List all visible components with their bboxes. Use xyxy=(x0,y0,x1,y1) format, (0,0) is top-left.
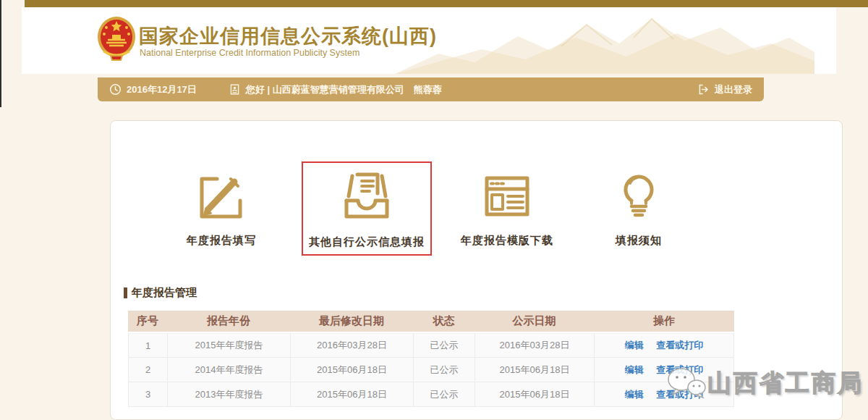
action-label: 填报须知 xyxy=(574,234,704,248)
cell-published: 2016年03月28日 xyxy=(475,333,594,358)
logout-label: 退出登录 xyxy=(715,83,752,96)
cell-published: 2015年06月18日 xyxy=(475,382,594,407)
exit-icon xyxy=(697,83,710,96)
id-badge-icon xyxy=(229,83,241,96)
current-date: 2016年12月17日 xyxy=(127,83,197,96)
greeting-display: 您好 | 山西蔚蓝智慧营销管理有限公司 熊蓉蓉 xyxy=(229,83,442,96)
cell-published: 2015年06月18日 xyxy=(475,358,594,382)
edit-link[interactable]: 编辑 xyxy=(625,389,644,400)
cell-status: 已公示 xyxy=(413,382,475,407)
page-subtitle: National Enterprise Credit Information P… xyxy=(140,48,359,58)
cell-year: 2015年年度报告 xyxy=(167,333,290,358)
annual-report-table: 序号 报告年份 最后修改日期 状态 公示日期 操作 1 2015年年度报告 20… xyxy=(128,311,734,407)
logout-button[interactable]: 退出登录 xyxy=(697,83,752,96)
col-header-published: 公示日期 xyxy=(475,311,594,333)
action-filing-instructions[interactable]: 填报须知 xyxy=(574,161,704,256)
china-national-emblem-icon xyxy=(96,15,137,64)
table-row: 3 2013年年度报告 2015年06月18日 已公示 2015年06月18日 … xyxy=(128,382,734,407)
edit-link[interactable]: 编辑 xyxy=(625,340,644,350)
user-status-bar: 2016年12月17日 您好 | 山西蔚蓝智慧营销管理有限公司 熊蓉蓉 退出登录 xyxy=(98,77,764,101)
table-header-row: 序号 报告年份 最后修改日期 状态 公示日期 操作 xyxy=(128,311,734,333)
mountain-art xyxy=(395,9,814,74)
cell-no: 1 xyxy=(128,333,167,358)
cell-no: 3 xyxy=(128,382,167,407)
action-template-download[interactable]: 年度报告模版下载 xyxy=(442,161,572,256)
action-label: 年度报告填写 xyxy=(156,234,286,248)
cell-year: 2013年年度报告 xyxy=(167,382,290,407)
page-title: 国家企业信用信息公示系统(山西) xyxy=(139,23,437,49)
screenshot-edge-line xyxy=(0,0,1,107)
cell-modified: 2016年03月28日 xyxy=(290,333,413,358)
main-panel: 年度报告填写 其他自行公示信息填报 xyxy=(110,120,843,420)
col-header-modified: 最后修改日期 xyxy=(290,311,413,333)
edit-link[interactable]: 编辑 xyxy=(625,364,644,375)
cell-status: 已公示 xyxy=(413,358,475,382)
action-label: 年度报告模版下载 xyxy=(442,234,572,248)
view-print-link[interactable]: 查看或打印 xyxy=(656,389,703,400)
top-accent-bar xyxy=(25,0,868,7)
col-header-no: 序号 xyxy=(128,311,167,333)
cell-actions: 编辑 查看或打印 xyxy=(594,382,734,407)
view-print-link[interactable]: 查看或打印 xyxy=(656,364,703,375)
section-title-text: 年度报告管理 xyxy=(132,286,197,300)
cell-modified: 2015年06月18日 xyxy=(290,382,413,407)
table-row: 2 2014年年度报告 2015年06月18日 已公示 2015年06月18日 … xyxy=(128,358,734,382)
date-display: 2016年12月17日 xyxy=(109,83,197,96)
action-label: 其他自行公示信息填报 xyxy=(303,235,430,249)
col-header-status: 状态 xyxy=(413,311,475,333)
view-print-link[interactable]: 查看或打印 xyxy=(656,340,703,350)
action-other-publicity-fill[interactable]: 其他自行公示信息填报 xyxy=(302,161,432,256)
cell-modified: 2015年06月18日 xyxy=(290,358,413,382)
inbox-submit-icon xyxy=(338,167,396,225)
col-header-actions: 操作 xyxy=(594,311,734,333)
user-greeting: 您好 | 山西蔚蓝智慧营销管理有限公司 熊蓉蓉 xyxy=(246,83,442,96)
col-header-year: 报告年份 xyxy=(167,311,290,333)
annual-report-section-title: 年度报告管理 xyxy=(124,286,197,300)
cell-year: 2014年年度报告 xyxy=(167,358,290,382)
cell-actions: 编辑 查看或打印 xyxy=(594,333,734,358)
clock-icon xyxy=(109,83,122,96)
action-annual-report-fill[interactable]: 年度报告填写 xyxy=(156,161,286,256)
cell-actions: 编辑 查看或打印 xyxy=(594,358,734,382)
template-download-icon xyxy=(478,167,536,225)
cell-no: 2 xyxy=(128,358,167,382)
page: 国家企业信用信息公示系统(山西) National Enterprise Cre… xyxy=(0,0,868,420)
section-title-marker xyxy=(124,287,127,298)
site-header: 国家企业信用信息公示系统(山西) National Enterprise Cre… xyxy=(22,7,836,74)
lightbulb-notice-icon xyxy=(610,167,668,225)
table-row: 1 2015年年度报告 2016年03月28日 已公示 2016年03月28日 … xyxy=(128,333,734,358)
cell-status: 已公示 xyxy=(413,333,475,358)
edit-report-icon xyxy=(192,167,250,225)
